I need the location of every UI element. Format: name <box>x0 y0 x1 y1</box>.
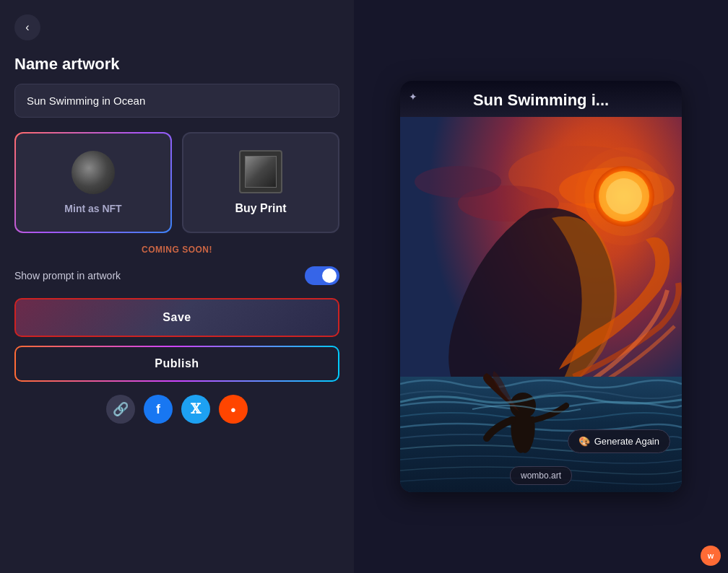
copy-link-button[interactable]: 🔗 <box>106 395 135 424</box>
print-label: Buy Print <box>235 202 286 215</box>
save-button[interactable]: Save <box>14 298 339 337</box>
nft-option-card[interactable]: Mint as NFT <box>14 132 172 233</box>
artwork-name-input[interactable] <box>14 84 339 118</box>
left-panel: ‹ Name artwork Mint as NFT Buy Print COM… <box>0 0 354 573</box>
spark-icon: ✦ <box>409 91 417 102</box>
options-row: Mint as NFT Buy Print <box>14 132 339 233</box>
toggle-switch[interactable] <box>305 266 339 285</box>
toggle-slider <box>305 266 339 285</box>
print-icon <box>239 150 282 193</box>
back-button[interactable]: ‹ <box>14 14 40 40</box>
artwork-card-header: ✦ Sun Swimming i... <box>400 81 682 117</box>
reddit-share-button[interactable]: ● <box>219 395 248 424</box>
twitter-icon: 𝕏 <box>191 401 201 417</box>
toggle-label: Show prompt in artwork <box>14 270 121 281</box>
generate-again-label: Generate Again <box>594 436 659 447</box>
wombo-logo: w <box>701 546 721 566</box>
artwork-preview-title: Sun Swimming i... <box>473 91 609 110</box>
watermark: wombo.art <box>510 466 572 485</box>
print-option-card[interactable]: Buy Print <box>182 132 339 233</box>
link-icon: 🔗 <box>113 401 129 417</box>
publish-button[interactable]: Publish <box>16 347 338 380</box>
svg-point-4 <box>415 166 501 198</box>
reddit-icon: ● <box>230 404 236 415</box>
nft-icon <box>72 151 115 194</box>
publish-button-wrapper: Publish <box>14 346 339 382</box>
right-panel: ✦ Sun Swimming i... <box>354 0 728 573</box>
social-share-row: 🔗 f 𝕏 ● <box>14 395 339 424</box>
artwork-image-container: 🎨 Generate Again wombo.art <box>400 117 682 492</box>
facebook-share-button[interactable]: f <box>144 395 173 424</box>
coming-soon-label: COMING SOON! <box>14 245 339 255</box>
nft-label: Mint as NFT <box>64 203 121 214</box>
generate-icon: 🎨 <box>578 436 590 447</box>
section-title: Name artwork <box>14 55 339 74</box>
facebook-icon: f <box>156 402 160 417</box>
twitter-share-button[interactable]: 𝕏 <box>181 395 210 424</box>
toggle-row: Show prompt in artwork <box>14 266 339 285</box>
artwork-card: ✦ Sun Swimming i... <box>400 81 682 492</box>
back-icon: ‹ <box>25 21 29 34</box>
generate-again-button[interactable]: 🎨 Generate Again <box>568 429 670 453</box>
